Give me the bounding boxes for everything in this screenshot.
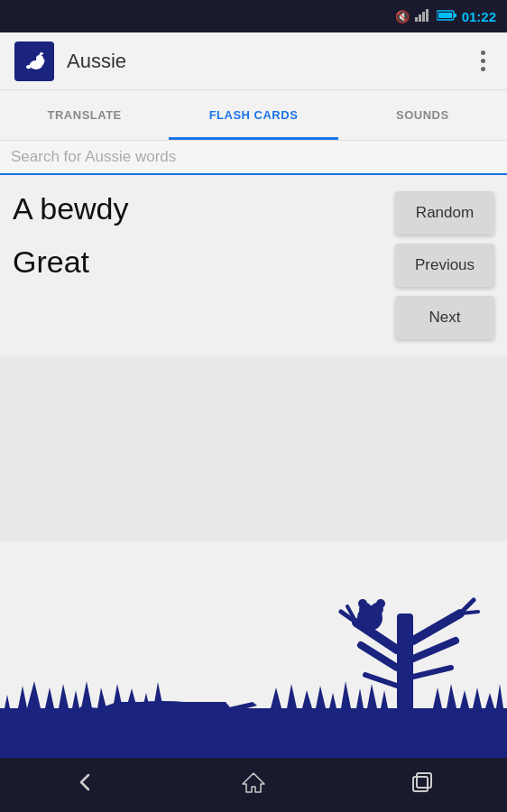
words-section: A bewdy Great bbox=[13, 191, 386, 339]
svg-marker-28 bbox=[99, 702, 235, 715]
title-bar: Aussie bbox=[0, 32, 507, 90]
battery-icon bbox=[437, 9, 456, 24]
svg-rect-14 bbox=[0, 708, 507, 758]
signal-icon bbox=[415, 9, 431, 24]
svg-line-50 bbox=[460, 612, 478, 614]
aussie-word: A bewdy bbox=[13, 191, 386, 226]
recents-button[interactable] bbox=[401, 761, 444, 809]
tab-translate[interactable]: TRANSLATE bbox=[0, 90, 169, 140]
svg-point-46 bbox=[376, 599, 385, 608]
svg-rect-2 bbox=[422, 12, 425, 22]
svg-rect-0 bbox=[415, 17, 418, 22]
mute-icon: 🔇 bbox=[395, 10, 410, 23]
menu-button[interactable] bbox=[474, 43, 493, 78]
svg-marker-66 bbox=[243, 773, 264, 792]
search-bar bbox=[0, 141, 507, 175]
svg-rect-6 bbox=[454, 14, 456, 17]
buttons-section: Random Previous Next bbox=[386, 191, 494, 339]
svg-rect-5 bbox=[438, 13, 452, 18]
svg-rect-1 bbox=[419, 14, 421, 22]
svg-rect-67 bbox=[413, 777, 428, 791]
app-logo bbox=[14, 42, 54, 81]
svg-rect-3 bbox=[426, 9, 429, 22]
status-icons: 🔇 01:22 bbox=[395, 9, 496, 24]
back-button[interactable] bbox=[63, 761, 106, 809]
svg-rect-32 bbox=[149, 713, 156, 722]
previous-button[interactable]: Previous bbox=[395, 244, 494, 287]
svg-rect-68 bbox=[417, 773, 431, 788]
status-time: 01:22 bbox=[462, 9, 496, 24]
tab-flash-cards[interactable]: FLASH CARDS bbox=[169, 90, 337, 140]
svg-rect-31 bbox=[126, 713, 134, 722]
svg-rect-35 bbox=[397, 614, 413, 713]
landscape-scene bbox=[0, 541, 507, 758]
search-input[interactable] bbox=[11, 148, 496, 166]
tab-bar: TRANSLATE FLASH CARDS SOUNDS bbox=[0, 90, 507, 141]
english-word: Great bbox=[13, 245, 386, 280]
svg-rect-34 bbox=[203, 713, 210, 722]
home-button[interactable] bbox=[232, 761, 275, 809]
random-button[interactable]: Random bbox=[395, 191, 494, 235]
svg-rect-33 bbox=[180, 713, 188, 722]
bottom-nav bbox=[0, 758, 507, 812]
tab-sounds[interactable]: SOUNDS bbox=[338, 90, 507, 140]
status-bar: 🔇 01:22 bbox=[0, 0, 507, 32]
app-title: Aussie bbox=[67, 50, 474, 73]
svg-point-45 bbox=[358, 599, 367, 608]
next-button[interactable]: Next bbox=[395, 296, 494, 339]
main-content: A bewdy Great Random Previous Next bbox=[0, 175, 507, 355]
